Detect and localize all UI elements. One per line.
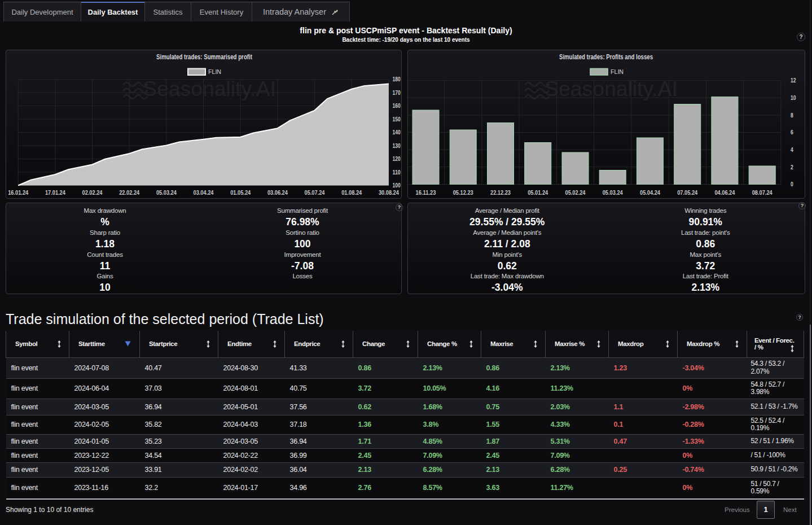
svg-text:03.04.24: 03.04.24 bbox=[194, 189, 214, 196]
svg-text:30.08.24: 30.08.24 bbox=[379, 189, 399, 196]
svg-text:07.05.24: 07.05.24 bbox=[677, 189, 697, 196]
svg-text:16.11.23: 16.11.23 bbox=[416, 189, 436, 196]
svg-text:180: 180 bbox=[393, 76, 401, 82]
svg-text:05.04.24: 05.04.24 bbox=[640, 189, 660, 196]
svg-text:FLIN: FLIN bbox=[611, 68, 624, 75]
svg-text:05.07.24: 05.07.24 bbox=[305, 189, 325, 196]
svg-text:Simulated trades: Profits and: Simulated trades: Profits and losses bbox=[559, 53, 653, 61]
svg-text:05.01.24: 05.01.24 bbox=[528, 189, 548, 196]
svg-text:FLIN: FLIN bbox=[208, 68, 221, 75]
svg-text:110: 110 bbox=[393, 169, 401, 176]
svg-text:10: 10 bbox=[791, 94, 796, 101]
svg-text:2: 2 bbox=[791, 164, 793, 170]
svg-text:05.12.23: 05.12.23 bbox=[453, 189, 473, 196]
svg-text:130: 130 bbox=[393, 142, 401, 149]
svg-text:17.01.24: 17.01.24 bbox=[45, 189, 65, 196]
svg-text:6: 6 bbox=[791, 129, 793, 135]
svg-text:100: 100 bbox=[393, 182, 401, 189]
svg-text:22.12.23: 22.12.23 bbox=[490, 189, 511, 196]
svg-text:Simulated trades: Summarised: Simulated trades: Summarised profit bbox=[156, 53, 252, 61]
svg-text:Seasonality.AI: Seasonality.AI bbox=[143, 77, 276, 100]
svg-text:08.07.24: 08.07.24 bbox=[752, 189, 773, 196]
svg-text:16.01.24: 16.01.24 bbox=[8, 189, 28, 196]
svg-text:140: 140 bbox=[393, 129, 401, 135]
svg-text:22.02.24: 22.02.24 bbox=[119, 189, 139, 196]
svg-text:02.02.24: 02.02.24 bbox=[82, 189, 103, 196]
svg-text:120: 120 bbox=[393, 155, 401, 162]
svg-text:01.05.24: 01.05.24 bbox=[230, 189, 251, 196]
svg-text:4: 4 bbox=[791, 146, 793, 153]
svg-text:160: 160 bbox=[393, 102, 401, 109]
svg-text:150: 150 bbox=[393, 116, 401, 123]
svg-text:05.03.24: 05.03.24 bbox=[156, 189, 177, 196]
svg-text:8: 8 bbox=[791, 112, 793, 119]
svg-text:03.06.24: 03.06.24 bbox=[267, 189, 288, 196]
svg-text:05.03.24: 05.03.24 bbox=[603, 189, 623, 196]
svg-text:04.06.24: 04.06.24 bbox=[714, 189, 735, 196]
svg-text:0: 0 bbox=[791, 181, 793, 187]
svg-text:Seasonality.AI: Seasonality.AI bbox=[545, 77, 678, 100]
svg-text:12: 12 bbox=[791, 77, 796, 84]
svg-text:05.02.24: 05.02.24 bbox=[565, 189, 586, 196]
svg-text:01.08.24: 01.08.24 bbox=[341, 189, 362, 196]
svg-text:170: 170 bbox=[393, 89, 401, 96]
